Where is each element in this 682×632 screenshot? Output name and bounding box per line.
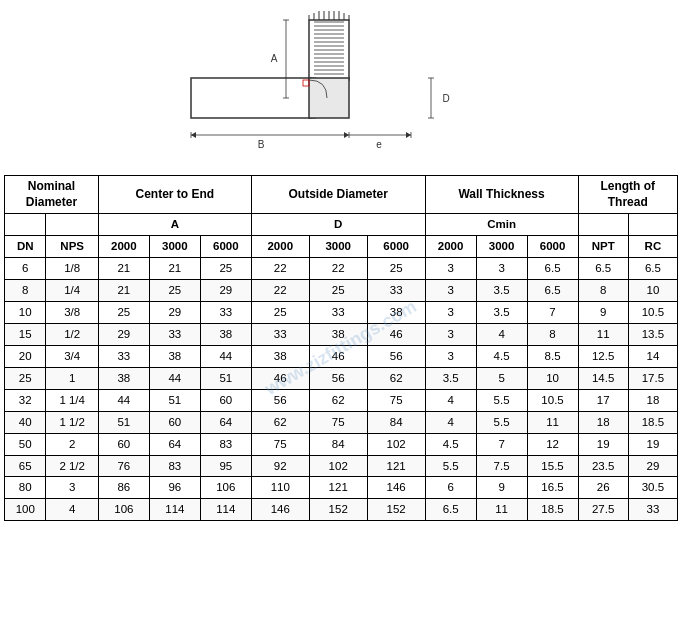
table-cell: 3.5 — [425, 367, 476, 389]
table-cell: 6.5 — [527, 280, 578, 302]
table-cell: 29 — [149, 301, 200, 323]
table-cell: 46 — [367, 323, 425, 345]
specifications-table: NominalDiameter Center to End Outside Di… — [4, 175, 678, 521]
table-cell: 29 — [98, 323, 149, 345]
header-center-to-end: Center to End — [98, 176, 251, 214]
table-cell: 75 — [309, 411, 367, 433]
header-outside-diameter: Outside Diameter — [251, 176, 425, 214]
table-cell: 33 — [149, 323, 200, 345]
table-cell: 19 — [628, 433, 677, 455]
table-row: 151/22933383338463481113.5 — [5, 323, 678, 345]
table-cell: 6.5 — [425, 499, 476, 521]
header-blank2 — [628, 214, 677, 236]
svg-marker-51 — [191, 132, 196, 138]
table-cell: 10.5 — [628, 301, 677, 323]
table-cell: 106 — [200, 477, 251, 499]
table-cell: 4 — [46, 499, 98, 521]
table-cell: 32 — [5, 389, 46, 411]
table-cell: 25 — [200, 258, 251, 280]
table-cell: 62 — [309, 389, 367, 411]
col-a-3000: 3000 — [149, 236, 200, 258]
table-cell: 5.5 — [476, 389, 527, 411]
table-cell: 46 — [251, 367, 309, 389]
table-cell: 11 — [578, 323, 628, 345]
header-d: D — [251, 214, 425, 236]
table-cell: 26 — [578, 477, 628, 499]
table-cell: 9 — [578, 301, 628, 323]
svg-text:D: D — [442, 93, 449, 104]
table-cell: 64 — [149, 433, 200, 455]
table-cell: 25 — [251, 301, 309, 323]
header-cmin: Cmin — [425, 214, 578, 236]
table-cell: 25 — [309, 280, 367, 302]
table-cell: 25 — [367, 258, 425, 280]
table-cell: 15.5 — [527, 455, 578, 477]
header-nps — [46, 214, 98, 236]
table-cell: 13.5 — [628, 323, 677, 345]
table-cell: 8 — [578, 280, 628, 302]
table-cell: 121 — [367, 455, 425, 477]
table-cell: 10 — [527, 367, 578, 389]
table-cell: 84 — [309, 433, 367, 455]
table-cell: 6.5 — [578, 258, 628, 280]
table-cell: 86 — [98, 477, 149, 499]
table-cell: 8 — [5, 280, 46, 302]
table-cell: 4 — [425, 411, 476, 433]
table-cell: 1/2 — [46, 323, 98, 345]
table-cell: 16.5 — [527, 477, 578, 499]
table-cell: 4.5 — [476, 345, 527, 367]
table-row: 80386961061101211466916.52630.5 — [5, 477, 678, 499]
table-cell: 22 — [251, 258, 309, 280]
col-d-2000: 2000 — [251, 236, 309, 258]
table-cell: 110 — [251, 477, 309, 499]
table-cell: 30.5 — [628, 477, 677, 499]
table-cell: 102 — [309, 455, 367, 477]
table-cell: 18 — [578, 411, 628, 433]
table-cell: 152 — [309, 499, 367, 521]
table-cell: 51 — [98, 411, 149, 433]
table-row: 81/421252922253333.56.5810 — [5, 280, 678, 302]
table-cell: 29 — [200, 280, 251, 302]
table-cell: 3 — [425, 280, 476, 302]
table-cell: 75 — [367, 389, 425, 411]
table-cell: 12.5 — [578, 345, 628, 367]
col-wt-6000: 6000 — [527, 236, 578, 258]
fitting-diagram: B e D A — [131, 10, 551, 170]
col-d-6000: 6000 — [367, 236, 425, 258]
table-row: 50260648375841024.57121919 — [5, 433, 678, 455]
table-row: 61/8212125222225336.56.56.5 — [5, 258, 678, 280]
table-cell: 50 — [5, 433, 46, 455]
svg-text:B: B — [258, 139, 265, 150]
table-cell: 64 — [200, 411, 251, 433]
table-cell: 2 — [46, 433, 98, 455]
table-cell: 17 — [578, 389, 628, 411]
svg-text:A: A — [271, 53, 278, 64]
svg-marker-53 — [406, 132, 411, 138]
table-cell: 1 — [46, 367, 98, 389]
table-cell: 121 — [309, 477, 367, 499]
table-cell: 10 — [628, 280, 677, 302]
table-cell: 10.5 — [527, 389, 578, 411]
table-cell: 1/4 — [46, 280, 98, 302]
table-body: 61/8212125222225336.56.56.581/4212529222… — [5, 258, 678, 521]
table-cell: 75 — [251, 433, 309, 455]
table-cell: 1 1/4 — [46, 389, 98, 411]
table-cell: 3 — [425, 301, 476, 323]
table-cell: 114 — [200, 499, 251, 521]
table-cell: 33 — [367, 280, 425, 302]
table-row: 203/433384438465634.58.512.514 — [5, 345, 678, 367]
table-cell: 44 — [98, 389, 149, 411]
table-cell: 38 — [98, 367, 149, 389]
table-cell: 114 — [149, 499, 200, 521]
table-cell: 46 — [309, 345, 367, 367]
table-cell: 8.5 — [527, 345, 578, 367]
table-cell: 106 — [98, 499, 149, 521]
table-cell: 29 — [628, 455, 677, 477]
table-cell: 21 — [98, 280, 149, 302]
table-cell: 19 — [578, 433, 628, 455]
table-cell: 92 — [251, 455, 309, 477]
table-cell: 3 — [425, 258, 476, 280]
table-cell: 22 — [309, 258, 367, 280]
svg-rect-20 — [309, 78, 349, 118]
table-cell: 38 — [367, 301, 425, 323]
